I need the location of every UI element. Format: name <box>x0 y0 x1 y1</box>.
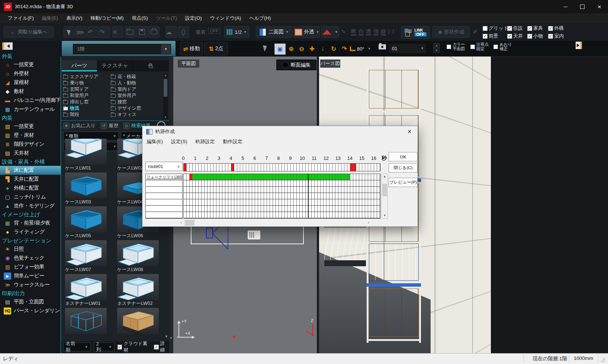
column-count-select[interactable]: 2列▼ <box>94 342 115 351</box>
timeline-cell[interactable] <box>261 212 264 218</box>
timeline-cell[interactable] <box>267 187 270 193</box>
timeline-cell[interactable] <box>202 187 205 193</box>
timeline-cell[interactable] <box>222 174 225 180</box>
category-人・動物[interactable]: 人・動物 <box>111 80 158 86</box>
timeline-cell[interactable] <box>246 180 249 186</box>
timeline-cell[interactable] <box>228 174 231 180</box>
timeline-cell[interactable] <box>365 212 368 218</box>
timeline-cell[interactable] <box>249 180 252 186</box>
layer1-checkbox-外構[interactable]: ✓外構 <box>548 25 564 32</box>
ruler-cell[interactable] <box>356 164 359 171</box>
ruler-cell[interactable] <box>300 164 303 171</box>
print-button[interactable] <box>148 26 160 38</box>
timeline-cell[interactable] <box>267 174 270 180</box>
ruler-cell[interactable] <box>270 164 273 171</box>
timeline-cell[interactable] <box>252 212 255 218</box>
timeline-cell[interactable] <box>243 187 246 193</box>
timeline-cell[interactable] <box>315 199 318 205</box>
timeline-cell[interactable] <box>329 193 332 199</box>
ruler-cell[interactable] <box>210 164 213 171</box>
timeline-cell[interactable] <box>240 180 243 186</box>
ruler-cell[interactable] <box>216 164 219 171</box>
timeline-cell[interactable] <box>288 174 291 180</box>
ruler-cell[interactable] <box>318 164 321 171</box>
timeline-cell[interactable] <box>208 187 210 193</box>
timeline-cell[interactable] <box>306 199 309 205</box>
timeline-cell[interactable] <box>270 193 273 199</box>
timeline-cell[interactable] <box>190 180 193 186</box>
ruler-cell[interactable] <box>196 164 199 171</box>
camera-position-select[interactable]: 01 ▼ <box>389 43 427 54</box>
menu-item-1[interactable]: 編集(E) <box>38 15 62 22</box>
part-item-ケースLW08[interactable]: ケースLW08 <box>115 240 163 274</box>
scrollbar-thumb[interactable] <box>185 220 194 226</box>
two-point-mode-button[interactable]: ⇅ 2点 <box>204 42 228 55</box>
part-item-hidden[interactable] <box>63 308 111 342</box>
timeline-cell[interactable] <box>279 206 282 212</box>
timeline-cell[interactable] <box>335 174 338 180</box>
timeline-cell[interactable] <box>309 212 312 218</box>
timeline-cell[interactable] <box>261 206 264 212</box>
timeline-cell[interactable] <box>321 193 324 199</box>
ruler-cell[interactable] <box>335 164 338 171</box>
redo-button[interactable]: ↷ <box>99 26 110 38</box>
sidebar-item-色覚チェック[interactable]: ◉色覚チェック <box>0 254 61 262</box>
part-item-ネステナーLW01[interactable]: ネステナーLW01 <box>63 274 111 308</box>
timeline-cell[interactable] <box>243 193 246 199</box>
ruler-cell[interactable] <box>231 164 234 171</box>
grid-scale-button[interactable]: 1/2 ▼ <box>224 26 250 38</box>
timeline-cell[interactable] <box>190 193 193 199</box>
timeline-cell[interactable] <box>187 187 190 193</box>
timeline-cell[interactable] <box>335 193 338 199</box>
timeline-cell[interactable] <box>237 180 240 186</box>
timeline-cell[interactable] <box>285 212 288 218</box>
detail-checkbox[interactable]: ✓詳細 <box>154 341 169 353</box>
timeline-cell[interactable] <box>338 187 341 193</box>
timeline-cell[interactable] <box>205 187 208 193</box>
timeline-row[interactable] <box>184 180 380 187</box>
view-checkbox-注視点固定[interactable]: 注視点固定 <box>470 42 489 51</box>
timeline-cell[interactable] <box>193 206 196 212</box>
timeline-cell[interactable] <box>318 212 321 218</box>
close-dialog-button[interactable]: 閉じる(C) <box>389 163 418 173</box>
timeline-cell[interactable] <box>243 180 246 186</box>
ruler-cell[interactable] <box>315 164 318 171</box>
timeline-cell[interactable] <box>219 193 222 199</box>
route-select[interactable]: route01 ∨ <box>145 162 183 171</box>
multi-select-button[interactable]: ⋙ <box>75 26 87 38</box>
layer1-checkbox-住設[interactable]: ✓住設 <box>507 25 523 32</box>
save-button[interactable] <box>136 26 148 38</box>
timeline-vertical-scrollbar[interactable]: ▲ ▼ <box>382 174 388 219</box>
menu-item-7[interactable]: ウィンドウ(A) <box>206 15 245 22</box>
timeline-cell[interactable] <box>350 206 353 212</box>
layer1-checkbox-グリッド[interactable]: グリッド <box>483 25 508 32</box>
timeline-cell[interactable] <box>252 187 255 193</box>
timeline-cell[interactable] <box>279 174 282 180</box>
timeline-cell[interactable] <box>359 193 362 199</box>
timeline-cell[interactable] <box>196 199 199 205</box>
timeline-cell[interactable] <box>255 212 258 218</box>
ruler-cell[interactable] <box>237 164 240 171</box>
line-style-button-0[interactable]: 断 <box>351 28 356 35</box>
timeline-cell[interactable] <box>184 180 187 186</box>
two-pane-view-button[interactable]: 二面図 ▼ <box>256 26 292 38</box>
timeline-cell[interactable] <box>324 206 326 212</box>
timeline-cell[interactable] <box>282 187 285 193</box>
ruler-cell[interactable] <box>255 164 258 171</box>
timeline-cell[interactable] <box>291 193 294 199</box>
part-item-ネステナーLW02[interactable]: ネステナーLW02 <box>115 274 163 308</box>
timeline-cell[interactable] <box>279 180 282 186</box>
timeline-cell[interactable] <box>273 193 276 199</box>
timeline-cell[interactable] <box>288 193 291 199</box>
timeline-cell[interactable] <box>222 212 225 218</box>
timeline-cell[interactable] <box>318 174 321 180</box>
timeline-cell[interactable] <box>377 187 380 193</box>
timeline-cell[interactable] <box>196 174 199 180</box>
timeline-cell[interactable] <box>312 193 315 199</box>
timeline-row-label[interactable] <box>146 206 182 212</box>
sidebar-item-パース・レンダリング[interactable]: HQパース・レンダリング <box>0 306 61 315</box>
timeline-cell[interactable] <box>324 174 326 180</box>
timeline-cell[interactable] <box>184 193 187 199</box>
timeline-cell[interactable] <box>329 180 332 186</box>
timeline-cell[interactable] <box>329 174 332 180</box>
